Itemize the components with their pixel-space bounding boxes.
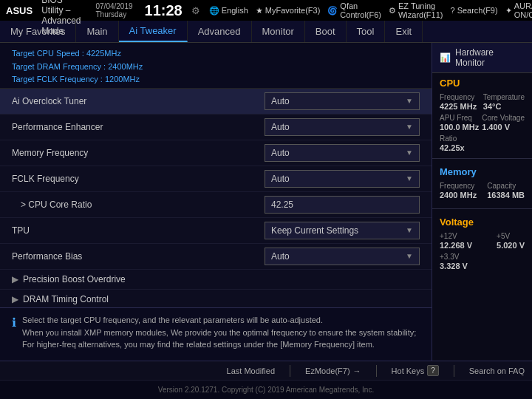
setting-ai-overclock[interactable]: Ai Overclock Tuner Auto ▼ [0, 89, 432, 115]
ez-mode-label: EzMode(F7) [305, 366, 350, 375]
ez-tuning-btn[interactable]: ⚙ EZ Tuning Wizard(F11) [389, 1, 443, 19]
hw-ratio-value: 42.25x [440, 143, 525, 152]
setting-tpu[interactable]: TPU Keep Current Settings ▼ [0, 218, 432, 244]
info-line1: Select the target CPU frequency, and the… [22, 314, 416, 327]
fclk-select[interactable]: Auto ▼ [265, 170, 420, 188]
nav-boot[interactable]: Boot [305, 21, 347, 42]
expand-arrow-icon: ▶ [12, 274, 18, 284]
hw-cpu-temp-col: Temperature 34°C [483, 93, 525, 111]
mem-freq-select[interactable]: Auto ▼ [265, 144, 420, 162]
nav-advanced[interactable]: Advanced [188, 21, 252, 42]
hot-keys-btn[interactable]: Hot Keys ? [392, 365, 439, 376]
hw-cpu-temp-value: 34°C [483, 102, 525, 111]
hw-v12-v5-row: +12V 12.268 V +5V 5.020 V [440, 232, 525, 250]
dropdown-arrow-icon: ▼ [406, 97, 413, 105]
nav-exit[interactable]: Exit [385, 21, 423, 42]
setting-memory-frequency[interactable]: Memory Frequency Auto ▼ [0, 140, 432, 166]
hw-v5-value: 5.020 V [497, 241, 525, 250]
dropdown-arrow-icon: ▼ [406, 149, 413, 157]
hw-core-voltage-label: Core Voltage [482, 114, 525, 122]
top-bar: ASUS UEFI BIOS Utility – Advanced Mode 0… [0, 0, 532, 21]
hw-v33-col: +3.3V 3.328 V [440, 253, 525, 270]
nav-my-favorites[interactable]: My Favorites [0, 21, 76, 42]
info-text-block: Select the target CPU frequency, and the… [22, 314, 416, 355]
setting-cpu-core-ratio[interactable]: > CPU Core Ratio 42.25 [0, 192, 432, 218]
date-line2: Thursday [96, 10, 133, 18]
hw-v5-col: +5V 5.020 V [497, 232, 525, 250]
info-bar: Target CPU Speed : 4225MHz Target DRAM F… [0, 43, 432, 89]
hw-apu-label: APU Freq [440, 114, 479, 122]
dram-timing-label: DRAM Timing Control [23, 294, 109, 304]
info-line2: When you install XMP memory modules, We … [22, 327, 416, 339]
perf-enhancer-label: Performance Enhancer [12, 122, 265, 132]
hw-cpu-freq-label: Frequency [440, 93, 477, 101]
hw-divider-1 [432, 158, 532, 159]
last-modified-btn[interactable]: Last Modified [227, 366, 275, 375]
gear-icon[interactable]: ⚙ [191, 5, 200, 16]
info-icon: ℹ [12, 316, 16, 355]
ai-overclock-select[interactable]: Auto ▼ [265, 92, 420, 110]
footer-text: Version 2.20.1271. Copyright (C) 2019 Am… [158, 386, 374, 394]
hw-cpu-freq-col: Frequency 4225 MHz [440, 93, 477, 111]
left-panel: Target CPU Speed : 4225MHz Target DRAM F… [0, 43, 432, 361]
last-modified-label: Last Modified [227, 366, 275, 375]
main-layout: Target CPU Speed : 4225MHz Target DRAM F… [0, 43, 532, 361]
expand-precision-boost[interactable]: ▶ Precision Boost Overdrive [0, 270, 432, 290]
hw-monitor-title: Hardware Monitor [455, 47, 525, 68]
nav-tool[interactable]: Tool [347, 21, 386, 42]
clock-time: 11:28 [145, 2, 183, 19]
hw-core-voltage-value: 1.400 V [482, 123, 525, 132]
nav-monitor[interactable]: Monitor [252, 21, 305, 42]
settings-list: Ai Overclock Tuner Auto ▼ Performance En… [0, 89, 432, 307]
bottom-bar: Last Modified EzMode(F7) → Hot Keys ? Se… [0, 361, 532, 380]
fclk-label: FCLK Frequency [12, 174, 265, 184]
myfavorite-btn[interactable]: ★ MyFavorite(F3) [256, 6, 321, 16]
dropdown-arrow-icon: ▼ [406, 226, 413, 234]
hw-cpu-freq-temp-row: Frequency 4225 MHz Temperature 34°C [440, 93, 525, 111]
nav-bar: My Favorites Main Ai Tweaker Advanced Mo… [0, 21, 532, 43]
hw-v12-value: 12.268 V [440, 241, 472, 250]
expand-arrow-icon: ▶ [12, 294, 18, 304]
cpu-core-ratio-label: > CPU Core Ratio [12, 200, 265, 210]
hw-apu-value: 100.0 MHz [440, 123, 479, 132]
date-time-block: 07/04/2019 Thursday [96, 2, 133, 18]
hw-mem-freq-col: Frequency 2400 MHz [440, 182, 477, 200]
hw-mem-freq-value: 2400 MHz [440, 191, 477, 200]
perf-bias-label: Performance Bias [12, 251, 265, 262]
nav-ai-tweaker[interactable]: Ai Tweaker [119, 21, 188, 42]
qfan-btn[interactable]: 🌀 Qfan Control(F6) [327, 1, 381, 19]
search-btn[interactable]: ? Search(F9) [451, 6, 498, 15]
setting-performance-enhancer[interactable]: Performance Enhancer Auto ▼ [0, 115, 432, 140]
hw-mem-cap-label: Capacity [487, 182, 525, 190]
info-box: ℹ Select the target CPU frequency, and t… [0, 307, 432, 361]
tpu-select[interactable]: Keep Current Settings ▼ [265, 222, 420, 239]
cpu-core-ratio-input[interactable]: 42.25 [265, 196, 420, 214]
tpu-label: TPU [12, 225, 265, 236]
arrow-right-icon: → [353, 366, 361, 375]
precision-boost-label: Precision Boost Overdrive [23, 274, 126, 284]
date-line1: 07/04/2019 [96, 2, 133, 10]
hw-divider-2 [432, 208, 532, 209]
mem-freq-label: Memory Frequency [12, 148, 265, 158]
hw-mem-freq-label: Frequency [440, 182, 477, 190]
hw-cpu-section: CPU Frequency 4225 MHz Temperature 34°C … [432, 73, 532, 155]
hw-v33-value: 3.328 V [440, 262, 525, 270]
dropdown-arrow-icon: ▼ [406, 174, 413, 183]
nav-main[interactable]: Main [76, 21, 118, 42]
hw-v5-label: +5V [497, 232, 525, 240]
perf-bias-select[interactable]: Auto ▼ [265, 248, 420, 265]
hw-memory-title: Memory [440, 166, 525, 177]
setting-performance-bias[interactable]: Performance Bias Auto ▼ [0, 244, 432, 270]
expand-dram-timing[interactable]: ▶ DRAM Timing Control [0, 290, 432, 307]
language-selector[interactable]: 🌐 English [209, 6, 248, 16]
target-fclk-info[interactable]: Target FCLK Frequency : 1200MHz [12, 73, 420, 86]
hw-monitor-icon: 📊 [440, 52, 451, 63]
target-dram-info[interactable]: Target DRAM Frequency : 2400MHz [12, 61, 420, 74]
aura-btn[interactable]: ✦ AURA ON/OFF(F4) [505, 1, 532, 19]
search-faq-btn[interactable]: Search on FAQ [469, 366, 525, 375]
perf-enhancer-select[interactable]: Auto ▼ [265, 118, 420, 136]
ez-mode-btn[interactable]: EzMode(F7) → [305, 366, 361, 375]
asus-logo: ASUS [6, 5, 33, 16]
setting-fclk-frequency[interactable]: FCLK Frequency Auto ▼ [0, 166, 432, 192]
target-cpu-info[interactable]: Target CPU Speed : 4225MHz [12, 47, 420, 61]
